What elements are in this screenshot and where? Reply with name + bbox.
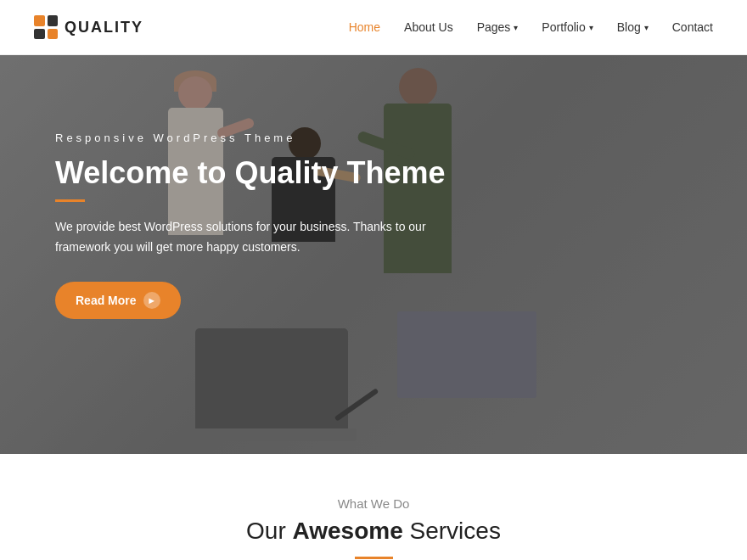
portfolio-chevron-icon: ▾: [589, 23, 593, 32]
services-title-suffix: Services: [403, 518, 501, 544]
logo-icon: [34, 15, 58, 39]
services-title-bold: Awesome: [293, 518, 403, 544]
hero-content: Responsive WordPress Theme Welcome to Qu…: [55, 132, 445, 319]
hero-section: Responsive WordPress Theme Welcome to Qu…: [0, 55, 747, 454]
services-divider: [355, 557, 393, 559]
nav-pages[interactable]: Pages ▾: [477, 20, 519, 34]
services-title-prefix: Our: [246, 518, 292, 544]
hero-subtitle: Responsive WordPress Theme: [55, 132, 445, 144]
nav-about[interactable]: About Us: [404, 20, 453, 34]
nav-contact[interactable]: Contact: [672, 20, 713, 34]
nav-portfolio[interactable]: Portfolio ▾: [542, 20, 593, 34]
main-nav: Home About Us Pages ▾ Portfolio ▾ Blog ▾…: [349, 20, 713, 34]
pages-chevron-icon: ▾: [514, 23, 518, 32]
services-title: Our Awesome Services: [34, 518, 713, 545]
hero-title: Welcome to Quality Theme: [55, 154, 445, 191]
read-more-label: Read More: [76, 294, 137, 307]
hero-divider: [55, 199, 85, 202]
site-header: QUALITY Home About Us Pages ▾ Portfolio …: [0, 0, 747, 55]
hero-description: We provide best WordPress solutions for …: [55, 217, 429, 258]
blog-chevron-icon: ▾: [644, 23, 649, 32]
arrow-right-icon: ►: [143, 292, 160, 309]
nav-blog[interactable]: Blog ▾: [617, 20, 649, 34]
services-eyebrow: What We Do: [34, 496, 713, 511]
logo[interactable]: QUALITY: [34, 15, 143, 39]
read-more-button[interactable]: Read More ►: [55, 282, 181, 319]
logo-text: QUALITY: [65, 19, 143, 36]
nav-home[interactable]: Home: [349, 20, 380, 34]
services-section: What We Do Our Awesome Services: [0, 454, 747, 560]
